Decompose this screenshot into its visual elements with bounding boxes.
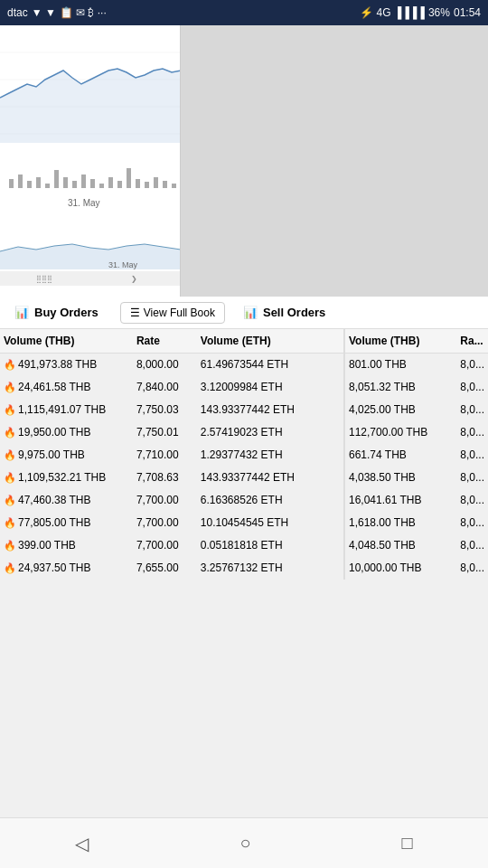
hot-icon: 🔥 xyxy=(4,472,16,483)
buy-table-row[interactable]: 🔥1,109,532.21 THB 7,708.63 143.93377442 … xyxy=(0,467,343,489)
sell-table-row[interactable]: 8,051.32 THB 8,0... xyxy=(344,376,488,399)
svg-rect-22 xyxy=(145,182,149,188)
buy-table-row[interactable]: 🔥399.00 THB 7,700.00 0.05181818 ETH xyxy=(0,534,343,557)
buy-table-row[interactable]: 🔥77,805.00 THB 7,700.00 10.10454545 ETH xyxy=(0,512,343,534)
status-bar: dtac ▼ ▼ 📋 ✉ ₿ ··· ⚡ 4G ▐▐▐▐ 36% 01:54 xyxy=(0,0,488,25)
buy-volume-eth-cell: 1.29377432 ETH xyxy=(197,444,343,467)
svg-text:31. May: 31. May xyxy=(108,260,138,269)
buy-volume-thb-cell: 🔥1,115,491.07 THB xyxy=(0,399,133,421)
buy-table-row[interactable]: 🔥491,973.88 THB 8,000.00 61.49673544 ETH xyxy=(0,354,343,376)
sell-volume-thb-cell: 10,000.00 THB xyxy=(344,557,456,580)
sell-table-row[interactable]: 112,700.00 THB 8,0... xyxy=(344,421,488,444)
sell-rate-cell: 8,0... xyxy=(456,467,488,489)
buy-rate-cell: 7,708.63 xyxy=(133,467,197,489)
buy-volume-eth-cell: 2.57419023 ETH xyxy=(197,421,343,444)
sell-rate-cell: 8,0... xyxy=(456,421,488,444)
svg-rect-19 xyxy=(117,181,122,188)
buy-volume-eth-header: Volume (ETH) xyxy=(197,329,343,354)
sell-rate-cell: 8,0... xyxy=(456,376,488,399)
bottom-navigation: ◁ ○ □ xyxy=(0,817,488,868)
hot-icon: 🔥 xyxy=(4,517,16,528)
sell-volume-thb-cell: 4,048.50 THB xyxy=(344,534,456,557)
buy-rate-cell: 7,750.01 xyxy=(133,421,197,444)
buy-rate-cell: 7,710.00 xyxy=(133,444,197,467)
hot-icon: 🔥 xyxy=(4,540,16,551)
back-button[interactable]: ◁ xyxy=(75,833,89,854)
buy-table-row[interactable]: 🔥9,975.00 THB 7,710.00 1.29377432 ETH xyxy=(0,444,343,467)
buy-volume-thb-cell: 🔥24,937.50 THB xyxy=(0,557,133,580)
hot-icon: 🔥 xyxy=(4,562,16,573)
sell-volume-thb-cell: 801.00 THB xyxy=(344,354,456,376)
home-button[interactable]: ○ xyxy=(239,833,250,854)
sell-rate-cell: 8,0... xyxy=(456,489,488,512)
sell-volume-thb-cell: 16,041.61 THB xyxy=(344,489,456,512)
buy-volume-eth-cell: 143.93377442 ETH xyxy=(197,399,343,421)
sell-volume-thb-header: Volume (THB) xyxy=(344,329,456,354)
svg-rect-14 xyxy=(72,181,77,188)
buy-volume-thb-cell: 🔥47,460.38 THB xyxy=(0,489,133,512)
buy-orders-table: Volume (THB) Rate Volume (ETH) 🔥491,973.… xyxy=(0,329,343,580)
svg-rect-29 xyxy=(0,271,181,286)
svg-rect-24 xyxy=(163,181,167,188)
chart-right xyxy=(181,25,488,297)
sell-table-row[interactable]: 4,038.50 THB 8,0... xyxy=(344,467,488,489)
svg-text:❯: ❯ xyxy=(131,275,137,283)
buy-volume-eth-cell: 6.16368526 ETH xyxy=(197,489,343,512)
svg-text:⣿⣿⣿: ⣿⣿⣿ xyxy=(36,275,52,283)
buy-table-row[interactable]: 🔥47,460.38 THB 7,700.00 6.16368526 ETH xyxy=(0,489,343,512)
buy-table-row[interactable]: 🔥19,950.00 THB 7,750.01 2.57419023 ETH xyxy=(0,421,343,444)
svg-rect-11 xyxy=(45,184,50,188)
buy-volume-eth-cell: 0.05181818 ETH xyxy=(197,534,343,557)
sell-table-row[interactable]: 16,041.61 THB 8,0... xyxy=(344,489,488,512)
svg-rect-7 xyxy=(9,179,14,188)
sell-rate-cell: 8,0... xyxy=(456,512,488,534)
svg-rect-16 xyxy=(90,179,95,188)
sell-table-row[interactable]: 4,048.50 THB 8,0... xyxy=(344,534,488,557)
recent-apps-button[interactable]: □ xyxy=(401,833,412,854)
buy-table-row[interactable]: 🔥24,937.50 THB 7,655.00 3.25767132 ETH xyxy=(0,557,343,580)
sell-volume-thb-cell: 661.74 THB xyxy=(344,444,456,467)
buy-volume-thb-cell: 🔥491,973.88 THB xyxy=(0,354,133,376)
buy-volume-eth-cell: 3.12009984 ETH xyxy=(197,376,343,399)
buy-rate-cell: 8,000.00 xyxy=(133,354,197,376)
list-icon: ☰ xyxy=(130,307,140,319)
sell-rate-header: Ra... xyxy=(456,329,488,354)
sell-table-row[interactable]: 661.74 THB 8,0... xyxy=(344,444,488,467)
sell-rate-cell: 8,0... xyxy=(456,399,488,421)
buy-volume-thb-cell: 🔥1,109,532.21 THB xyxy=(0,467,133,489)
price-chart: 31. May ⣿⣿⣿ ❯ 31. May xyxy=(0,25,181,297)
sell-rate-cell: 8,0... xyxy=(456,444,488,467)
chart-area: 31. May ⣿⣿⣿ ❯ 31. May xyxy=(0,25,488,297)
view-full-book-button[interactable]: ☰ View Full Book xyxy=(120,302,225,324)
sell-table-row[interactable]: 4,025.00 THB 8,0... xyxy=(344,399,488,421)
status-left: dtac ▼ ▼ 📋 ✉ ₿ ··· xyxy=(7,6,107,19)
buy-volume-eth-cell: 3.25767132 ETH xyxy=(197,557,343,580)
buy-volume-thb-cell: 🔥9,975.00 THB xyxy=(0,444,133,467)
buy-rate-cell: 7,700.00 xyxy=(133,534,197,557)
buy-rate-cell: 7,700.00 xyxy=(133,512,197,534)
orders-table-wrapper: Volume (THB) Rate Volume (ETH) 🔥491,973.… xyxy=(0,329,488,580)
buy-rate-cell: 7,840.00 xyxy=(133,376,197,399)
sell-volume-thb-cell: 8,051.32 THB xyxy=(344,376,456,399)
hot-icon: 🔥 xyxy=(4,495,16,505)
extra-icons: 📋 ✉ ₿ ··· xyxy=(60,6,107,19)
hot-icon: 🔥 xyxy=(4,404,16,415)
buy-table-row[interactable]: 🔥1,115,491.07 THB 7,750.03 143.93377442 … xyxy=(0,399,343,421)
sell-table-row[interactable]: 801.00 THB 8,0... xyxy=(344,354,488,376)
svg-text:31. May: 31. May xyxy=(68,198,100,208)
svg-rect-10 xyxy=(36,177,41,188)
buy-table-row[interactable]: 🔥24,461.58 THB 7,840.00 3.12009984 ETH xyxy=(0,376,343,399)
hot-icon: 🔥 xyxy=(4,427,16,438)
sell-volume-thb-cell: 1,618.00 THB xyxy=(344,512,456,534)
sell-table-row[interactable]: 10,000.00 THB 8,0... xyxy=(344,557,488,580)
orders-header: 📊 Buy Orders ☰ View Full Book 📊 Sell Ord… xyxy=(0,297,488,329)
view-full-book-label: View Full Book xyxy=(144,307,215,319)
svg-rect-13 xyxy=(63,177,68,188)
sell-rate-cell: 8,0... xyxy=(456,354,488,376)
chart-left: 31. May ⣿⣿⣿ ❯ 31. May xyxy=(0,25,181,297)
buy-volume-thb-cell: 🔥77,805.00 THB xyxy=(0,512,133,534)
signal-strength: 4G ▐▐▐▐ xyxy=(377,6,425,19)
sell-table-row[interactable]: 1,618.00 THB 8,0... xyxy=(344,512,488,534)
sell-volume-thb-cell: 4,038.50 THB xyxy=(344,467,456,489)
buy-orders-button[interactable]: 📊 Buy Orders xyxy=(0,297,113,328)
